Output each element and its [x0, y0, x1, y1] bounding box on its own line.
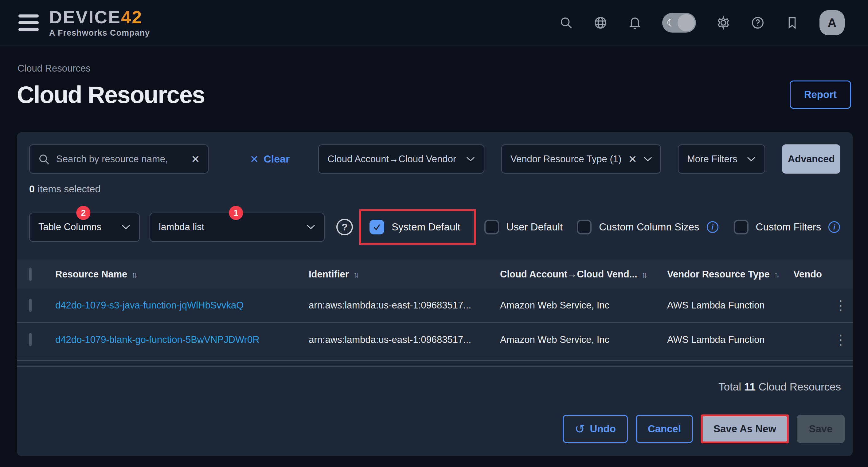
column-header-vendor-truncated: Vendo: [793, 269, 822, 280]
remove-filter-icon[interactable]: ✕: [628, 154, 637, 164]
custom-filters-checkbox-group[interactable]: Custom Filters i: [734, 220, 840, 235]
save-as-new-highlight: Save As New: [701, 414, 789, 443]
resource-name-link[interactable]: d42do-1079-blank-go-function-5BwVNPJDWr0…: [55, 334, 259, 345]
cloud-resources-table: Resource Name↑↓ Identifier↑↓ Cloud Accou…: [17, 260, 852, 357]
select-all-checkbox[interactable]: [29, 268, 32, 281]
top-navigation-bar: DEVICE42 A Freshworks Company ☾: [0, 0, 868, 46]
report-button[interactable]: Report: [790, 81, 851, 109]
action-buttons-row: ↺ Undo Cancel Save As New Save: [17, 414, 845, 443]
selected-count: 0: [29, 183, 35, 194]
column-header-vendor-resource-type[interactable]: Vendor Resource Type↑↓: [667, 269, 778, 280]
table-columns-dropdown[interactable]: 2 Table Columns: [29, 213, 140, 242]
table-row: d42do-1079-s3-java-function-jqWlHbSvvkaQ…: [17, 288, 852, 323]
search-input-wrapper: ✕: [29, 145, 209, 174]
vendor-resource-type-value: AWS Lambda Function: [667, 334, 765, 345]
info-icon[interactable]: i: [707, 221, 718, 233]
column-header-resource-name[interactable]: Resource Name↑↓: [55, 269, 135, 280]
clear-filters-link[interactable]: ✕ Clear: [250, 153, 290, 165]
cloud-account-value: Amazon Web Service, Inc: [500, 334, 609, 345]
total-resources-status: Total 11 Cloud Resources: [17, 381, 841, 393]
saved-list-dropdown[interactable]: 1 lambda list: [150, 213, 324, 242]
custom-column-sizes-checkbox[interactable]: [577, 220, 592, 235]
settings-gear-icon[interactable]: [716, 16, 731, 30]
sort-icon[interactable]: ↑↓: [642, 270, 646, 279]
search-icon: [38, 153, 50, 165]
cloud-resources-page: DEVICE42 A Freshworks Company ☾: [0, 0, 868, 467]
table-columns-badge: 2: [76, 206, 90, 220]
search-icon[interactable]: [559, 16, 573, 30]
brand-subtitle: A Freshworks Company: [49, 28, 150, 38]
user-default-checkbox[interactable]: [484, 220, 499, 235]
breadcrumb[interactable]: Cloud Resources: [18, 63, 91, 74]
table-controls-row: 2 Table Columns 1 lambda list ? System D…: [29, 209, 840, 246]
sort-icon[interactable]: ↑↓: [353, 270, 357, 279]
notifications-bell-icon[interactable]: [628, 16, 642, 30]
globe-icon[interactable]: [593, 16, 608, 30]
save-as-new-button[interactable]: Save As New: [703, 416, 787, 441]
search-clear-icon[interactable]: ✕: [191, 154, 200, 164]
cloud-account-value: Amazon Web Service, Inc: [500, 300, 609, 311]
clear-label: Clear: [264, 153, 290, 165]
undo-icon: ↺: [575, 423, 585, 435]
identifier-value: arn:aws:lambda:us-east-1:09683517...: [309, 334, 471, 345]
topbar-actions: ☾ A: [559, 10, 845, 35]
chevron-down-icon: [643, 156, 652, 162]
undo-button[interactable]: ↺ Undo: [563, 415, 628, 443]
table-row: d42do-1079-blank-go-function-5BwVNPJDWr0…: [17, 323, 852, 357]
identifier-value: arn:aws:lambda:us-east-1:09683517...: [309, 300, 471, 311]
table-header-row: Resource Name↑↓ Identifier↑↓ Cloud Accou…: [17, 260, 852, 288]
resource-name-link[interactable]: d42do-1079-s3-java-function-jqWlHbSvvkaQ: [55, 300, 244, 311]
clear-x-icon: ✕: [250, 154, 259, 164]
cancel-button[interactable]: Cancel: [636, 415, 693, 443]
save-button[interactable]: Save: [797, 415, 845, 443]
column-header-cloud-account[interactable]: Cloud Account→Cloud Vend...↑↓: [500, 269, 646, 280]
theme-toggle[interactable]: ☾: [662, 13, 696, 33]
user-default-checkbox-group[interactable]: User Default: [484, 220, 563, 235]
moon-icon: ☾: [666, 17, 676, 28]
row-actions-kebab-icon[interactable]: ⋮: [834, 333, 847, 347]
info-icon[interactable]: i: [828, 221, 840, 233]
help-icon[interactable]: [751, 16, 765, 30]
user-avatar[interactable]: A: [819, 10, 845, 35]
custom-filters-checkbox[interactable]: [734, 220, 748, 235]
title-row: Cloud Resources Report: [17, 81, 851, 109]
chevron-down-icon: [121, 224, 130, 230]
custom-column-sizes-checkbox-group[interactable]: Custom Column Sizes i: [577, 220, 718, 235]
row-checkbox[interactable]: [29, 299, 32, 312]
system-default-checkbox[interactable]: [370, 220, 384, 235]
column-header-identifier[interactable]: Identifier↑↓: [309, 269, 357, 280]
chevron-down-icon: [747, 156, 756, 162]
brand-logo: DEVICE42 A Freshworks Company: [49, 8, 150, 38]
help-icon[interactable]: ?: [336, 219, 353, 235]
checkmark-icon: [372, 222, 381, 232]
brand-name: DEVICE42: [49, 8, 150, 26]
cloud-account-filter-dropdown[interactable]: Cloud Account→Cloud Vendor: [318, 145, 484, 174]
toggle-knob: [678, 14, 695, 31]
table-scrollbar-divider[interactable]: [17, 361, 852, 367]
sort-icon[interactable]: ↑↓: [131, 270, 135, 279]
vendor-resource-type-value: AWS Lambda Function: [667, 300, 765, 311]
vendor-resource-type-filter-dropdown[interactable]: Vendor Resource Type (1) ✕: [501, 145, 661, 174]
sort-icon[interactable]: ↑↓: [774, 270, 778, 279]
total-count: 11: [744, 381, 755, 393]
page-title: Cloud Resources: [17, 81, 205, 109]
chevron-down-icon: [306, 224, 315, 230]
saved-list-badge: 1: [229, 206, 243, 220]
bookmark-icon[interactable]: [785, 16, 799, 30]
advanced-button[interactable]: Advanced: [782, 145, 840, 174]
chevron-down-icon: [466, 156, 475, 162]
hamburger-menu-icon[interactable]: [19, 14, 39, 31]
cloud-resources-panel: ✕ ✕ Clear Cloud Account→Cloud Vendor Ven…: [17, 132, 852, 456]
more-filters-dropdown[interactable]: More Filters: [678, 145, 765, 174]
row-checkbox[interactable]: [29, 333, 32, 346]
items-selected-status: 0items selected: [29, 183, 840, 195]
row-actions-kebab-icon[interactable]: ⋮: [834, 299, 847, 312]
filters-row: ✕ ✕ Clear Cloud Account→Cloud Vendor Ven…: [29, 145, 840, 174]
search-input[interactable]: [56, 154, 185, 165]
system-default-checkbox-group[interactable]: System Default: [359, 209, 476, 245]
